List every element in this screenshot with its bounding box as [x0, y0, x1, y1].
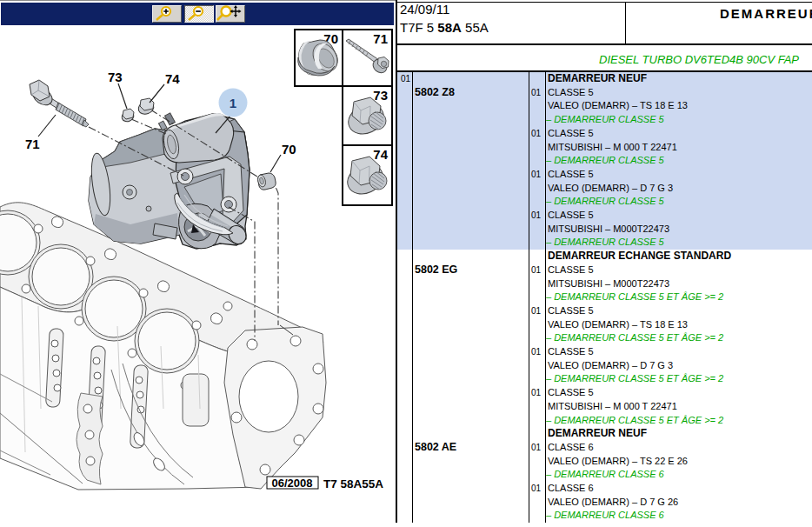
svg-text:70: 70 — [282, 142, 296, 157]
svg-text:T7 58A55A: T7 58A55A — [323, 477, 383, 490]
svg-text:71: 71 — [25, 137, 40, 151]
svg-text:06/2008: 06/2008 — [272, 477, 313, 490]
svg-text:73: 73 — [108, 70, 123, 84]
svg-text:1: 1 — [230, 96, 236, 110]
svg-text:74: 74 — [165, 71, 180, 86]
svg-text:74: 74 — [373, 147, 388, 162]
svg-text:73: 73 — [373, 88, 388, 103]
svg-text:71: 71 — [373, 31, 388, 46]
